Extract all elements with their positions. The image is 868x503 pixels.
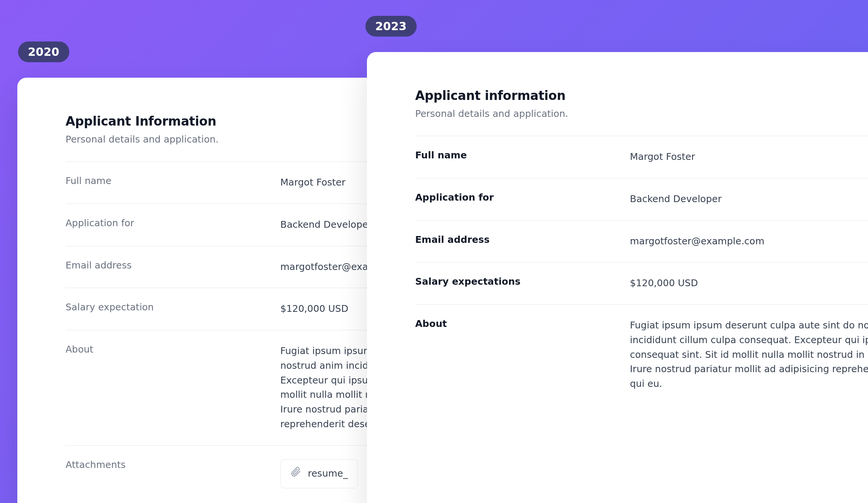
value: Margot Foster bbox=[630, 150, 868, 164]
label: Full name bbox=[66, 175, 280, 190]
attachment-filename: resume_ bbox=[308, 466, 348, 481]
attachment-item[interactable]: resume_ bbox=[280, 459, 358, 489]
card-2023-subtitle: Personal details and application. bbox=[415, 108, 868, 119]
row-application-for: Application for Backend Developer bbox=[415, 178, 868, 221]
value: $120,000 USD bbox=[630, 276, 868, 291]
year-badge-2020: 2020 bbox=[18, 41, 69, 62]
paperclip-icon bbox=[290, 466, 301, 482]
value: margotfoster@example.com bbox=[630, 234, 868, 249]
row-salary: Salary expectations $120,000 USD bbox=[415, 262, 868, 305]
row-email: Email address margotfoster@example.com bbox=[415, 221, 868, 263]
label: Application for bbox=[66, 218, 280, 232]
label: About bbox=[66, 344, 280, 432]
label: Salary expectation bbox=[66, 302, 280, 316]
value: Backend Developer bbox=[630, 192, 868, 207]
label: About bbox=[415, 318, 630, 391]
label: Attachments bbox=[66, 459, 280, 489]
label: Full name bbox=[415, 150, 630, 164]
label: Email address bbox=[415, 234, 630, 249]
card-2023-title: Applicant information bbox=[415, 88, 868, 103]
row-full-name: Full name Margot Foster bbox=[415, 136, 868, 178]
value: Fugiat ipsum ipsum deserunt culpa aute s… bbox=[630, 318, 868, 391]
label: Salary expectations bbox=[415, 276, 630, 291]
label: Email address bbox=[66, 260, 280, 275]
year-badge-2023: 2023 bbox=[365, 16, 417, 37]
label: Application for bbox=[415, 192, 630, 207]
row-about: About Fugiat ipsum ipsum deserunt culpa … bbox=[415, 305, 868, 405]
card-2023: Applicant information Personal details a… bbox=[367, 52, 868, 503]
